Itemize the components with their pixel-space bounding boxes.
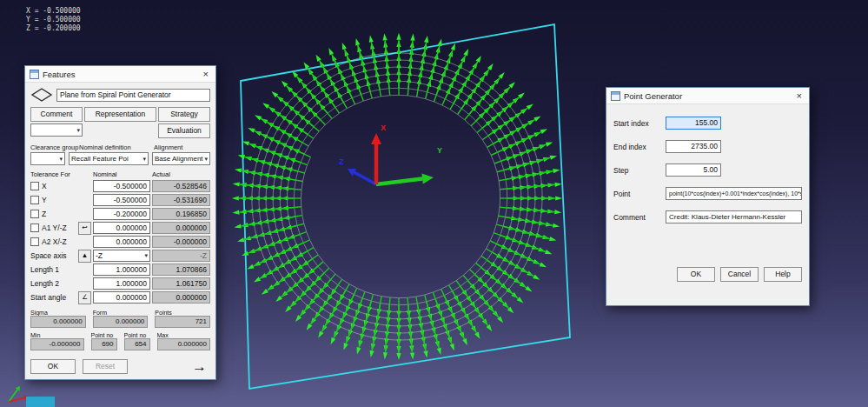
representation-button[interactable]: Representation — [84, 107, 156, 122]
point-generator-titlebar[interactable]: Point Generator × — [606, 88, 809, 104]
points-value: 721 — [155, 316, 210, 328]
features-title: Features — [43, 70, 201, 79]
checkbox-z[interactable] — [30, 210, 39, 218]
table-row-length1: Length 1 1.000000 1.070866 — [30, 264, 210, 276]
row-label: A2 X/-Z — [42, 237, 67, 246]
pg-cancel-button[interactable]: Cancel — [720, 267, 759, 282]
feature-name-input[interactable]: Plane from Spiral Point Generator — [56, 89, 210, 102]
nominal-input-length1[interactable]: 1.000000 — [93, 264, 150, 276]
clearance-group-label: Clearance group — [30, 143, 79, 151]
actual-value-start-angle: 0.000000 — [152, 291, 210, 304]
coordinate-triad: XYZ — [339, 123, 442, 184]
nominal-definition-label: Nominal definition — [79, 143, 154, 151]
features-dialog: Features × Plane from Spiral Point Gener… — [24, 65, 216, 380]
end-index-label: End index — [613, 143, 666, 151]
readout-y: Y = -0.500000 — [26, 16, 81, 24]
actual-value-y: -0.531690 — [152, 194, 210, 206]
table-row-a1: A1 Y/-Z↩ 0.000000 0.000000 — [30, 222, 210, 234]
point-formula-input[interactable]: point(10*cos(index)+0.001*index*cos(inde… — [666, 187, 802, 200]
nominal-input-length2[interactable]: 1.000000 — [93, 277, 150, 290]
table-row-space-axis: Space axis▲ -Z ▾ -Z — [30, 250, 210, 262]
form-label: Form — [93, 310, 149, 316]
max-value: 0.000000 — [157, 338, 211, 350]
actual-value-z: 0.196850 — [152, 208, 210, 220]
checkbox-y[interactable] — [30, 196, 39, 204]
axis-x-label: X — [381, 123, 386, 132]
axis-z-label: Z — [339, 157, 344, 166]
features-titlebar[interactable]: Features × — [25, 66, 215, 83]
evaluation-button[interactable]: Evaluation — [158, 123, 210, 138]
bottom-left-marker — [26, 397, 55, 407]
table-row-length2: Length 2 1.000000 1.061750 — [30, 277, 210, 290]
tolerance-for-header: Tolerance For — [30, 170, 91, 178]
actual-value-length2: 1.061750 — [152, 277, 210, 290]
step-input[interactable]: 5.00 — [666, 163, 721, 177]
row-label: A1 Y/-Z — [42, 224, 67, 232]
form-value: 0.000000 — [93, 316, 149, 328]
space-axis-actual: -Z — [152, 250, 210, 262]
pointno1-value: 690 — [91, 338, 117, 350]
nominal-input-start-angle[interactable]: 0.000000 — [93, 291, 150, 304]
mini-axis-indicator — [9, 386, 29, 402]
checkbox-a2[interactable] — [30, 237, 39, 246]
ok-button[interactable]: OK — [30, 359, 76, 374]
clearance-group-dropdown[interactable]: ▾ — [30, 152, 65, 165]
nominal-input-a2[interactable]: 0.000000 — [93, 236, 150, 248]
nominal-input-y[interactable]: -0.500000 — [93, 194, 150, 206]
nominal-input-a1[interactable]: 0.000000 — [93, 222, 150, 234]
comment-button[interactable]: Comment — [30, 107, 83, 122]
axis-y-label: Y — [437, 146, 442, 155]
point-formula-label: Point — [613, 190, 666, 198]
alignment-dropdown[interactable]: Base Alignment ▾ — [152, 152, 210, 165]
nominal-header: Nominal — [93, 170, 150, 178]
nominal-definition-dropdown[interactable]: Recall Feature Poi ▾ — [69, 152, 149, 165]
checkbox-a1[interactable] — [30, 224, 39, 232]
space-axis-dropdown[interactable]: -Z ▾ — [93, 250, 150, 262]
features-window-icon — [30, 70, 39, 79]
sigma-label: Sigma — [30, 310, 86, 316]
pg-help-button[interactable]: Help — [764, 267, 802, 282]
table-row-a2: A2 X/-Z 0.000000 -0.000000 — [30, 236, 210, 248]
axis-y-arrow — [376, 179, 422, 184]
min-label: Min — [30, 332, 84, 338]
pointno2-value: 654 — [124, 338, 150, 350]
features-close-icon[interactable]: × — [201, 70, 211, 79]
axis-z-arrow — [354, 172, 376, 184]
strategy-button[interactable]: Strategy — [158, 107, 210, 122]
readout-x: X = -0.500000 — [26, 7, 81, 16]
space-axis-spin-button[interactable]: ▲ — [78, 250, 91, 263]
actual-value-x: -0.528546 — [152, 180, 210, 192]
start-index-label: Start index — [613, 119, 666, 128]
nominal-input-z[interactable]: -0.200000 — [93, 208, 150, 220]
table-row-z: Z -0.200000 0.196850 — [30, 208, 210, 220]
end-index-input[interactable]: 2735.00 — [666, 140, 721, 153]
point-generator-close-icon[interactable]: × — [794, 91, 805, 101]
actual-value-length1: 1.070866 — [152, 264, 210, 276]
next-feature-arrow-icon[interactable]: → — [192, 359, 210, 374]
point-generator-title: Point Generator — [624, 91, 794, 101]
table-row-y: Y -0.500000 -0.531690 — [30, 194, 210, 206]
start-angle-icon-button[interactable]: ∠ — [78, 291, 91, 304]
chevron-down-icon: ▾ — [142, 156, 146, 163]
actual-header: Actual — [152, 170, 210, 178]
chevron-down-icon: ▾ — [144, 250, 148, 261]
start-index-input[interactable]: 155.00 — [666, 117, 721, 130]
comment-input[interactable]: Credit: Klaus-Dieter Hermann-Kessler — [666, 210, 802, 224]
reset-button[interactable]: Reset — [83, 359, 128, 374]
min-value: -0.000000 — [30, 338, 84, 350]
table-row-start-angle: Start angle∠ 0.000000 0.000000 — [30, 291, 210, 304]
row-label: Space axis — [30, 251, 67, 260]
row-label: Start angle — [30, 293, 66, 302]
recall-rotation-button[interactable]: ↩ — [78, 222, 91, 235]
nominal-input-x[interactable]: -0.500000 — [93, 180, 150, 192]
chevron-down-icon: ▾ — [204, 156, 208, 163]
spacer — [84, 123, 156, 138]
pg-ok-button[interactable]: OK — [677, 267, 715, 282]
plane-feature-icon — [30, 87, 53, 103]
coordinate-readout: X = -0.500000 Y = -0.500000 Z = -0.20000… — [26, 7, 81, 33]
max-label: Max — [157, 332, 211, 338]
feature-mode-dropdown[interactable]: ▾ — [30, 123, 83, 137]
table-row-x: X -0.500000 -0.528546 — [30, 180, 210, 192]
checkbox-x[interactable] — [30, 182, 39, 190]
row-label: Z — [42, 210, 46, 218]
